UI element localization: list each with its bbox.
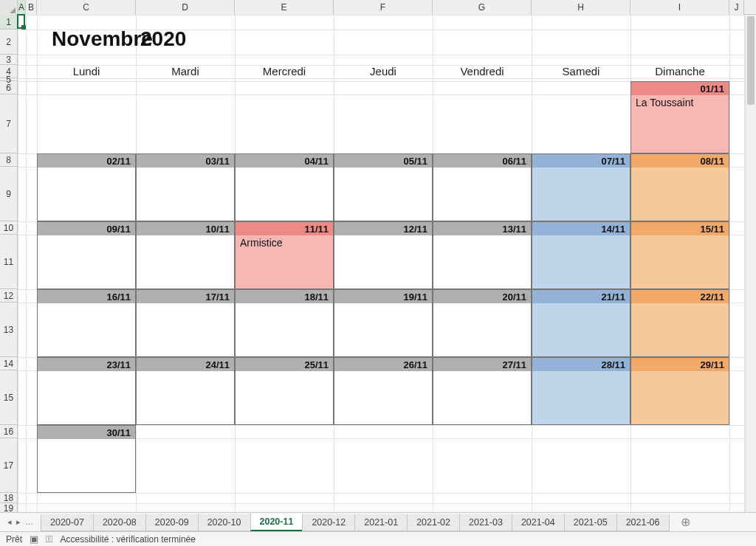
calendar-day-cell[interactable]: 13/11 bbox=[433, 221, 532, 289]
weekday-label: Lundi bbox=[37, 65, 136, 77]
sheet-tab-bar: ◂ ▸ … 2020-072020-082020-092020-102020-1… bbox=[0, 512, 756, 531]
sheet-tab[interactable]: 2020-09 bbox=[145, 514, 199, 531]
calendar-day-cell[interactable]: 29/11 bbox=[630, 357, 729, 425]
column-header[interactable]: A bbox=[18, 0, 26, 15]
calendar-day-cell[interactable]: 03/11 bbox=[136, 153, 235, 221]
calendar-event-text bbox=[334, 303, 432, 356]
weekday-label: Jeudi bbox=[334, 65, 433, 77]
tab-nav-ellipsis-icon[interactable]: … bbox=[25, 517, 33, 527]
row-header[interactable]: 18 bbox=[0, 493, 17, 503]
row-header[interactable]: 15 bbox=[0, 370, 17, 425]
weekday-label: Mercredi bbox=[235, 65, 334, 77]
column-header[interactable]: B bbox=[26, 0, 37, 15]
row-header[interactable]: 14 bbox=[0, 357, 17, 370]
calendar-event-text bbox=[433, 303, 531, 356]
calendar-day-cell[interactable]: 09/11 bbox=[37, 221, 136, 289]
sheet-tab[interactable]: 2020-07 bbox=[41, 514, 94, 531]
sheet-tab[interactable]: 2020-11 bbox=[250, 514, 303, 531]
calendar-event-text bbox=[38, 167, 135, 221]
calendar-day-cell[interactable]: 28/11 bbox=[532, 357, 630, 425]
add-sheet-button[interactable]: ⊕ bbox=[675, 515, 696, 529]
row-header[interactable]: 17 bbox=[0, 438, 17, 493]
calendar-day-cell[interactable]: 21/11 bbox=[532, 289, 630, 357]
calendar-day-cell[interactable]: 01/11La Toussaint bbox=[630, 81, 729, 153]
row-header[interactable]: 6 bbox=[0, 81, 17, 94]
calendar-day-cell[interactable]: 26/11 bbox=[334, 357, 433, 425]
calendar-date-label: 18/11 bbox=[236, 290, 333, 303]
accessibility-icon[interactable]: ✚⃝ bbox=[46, 533, 53, 545]
sheet-tab[interactable]: 2021-06 bbox=[616, 514, 670, 531]
row-header[interactable]: 13 bbox=[0, 303, 17, 357]
calendar-day-cell[interactable]: 17/11 bbox=[136, 289, 235, 357]
sheet-tab[interactable]: 2021-04 bbox=[512, 514, 565, 531]
vertical-scrollbar[interactable] bbox=[745, 15, 756, 512]
calendar-day-cell[interactable]: 07/11 bbox=[532, 153, 630, 221]
calendar-day-cell[interactable]: 12/11 bbox=[334, 221, 433, 289]
calendar-day-cell[interactable]: 04/11 bbox=[235, 153, 334, 221]
calendar-date-label: 29/11 bbox=[631, 358, 729, 371]
sheet-tab[interactable]: 2021-03 bbox=[459, 514, 512, 531]
calendar-day-cell[interactable]: 19/11 bbox=[334, 289, 433, 357]
sheet-tab[interactable]: 2021-05 bbox=[564, 514, 617, 531]
calendar-day-cell[interactable]: 16/11 bbox=[37, 289, 136, 357]
row-header[interactable]: 7 bbox=[0, 94, 17, 153]
calendar-date-label: 20/11 bbox=[433, 290, 531, 303]
row-header[interactable]: 1 bbox=[0, 15, 17, 30]
sheet-tab[interactable]: 2020-12 bbox=[302, 514, 355, 531]
grid-area[interactable]: Novembre 2020 LundiMardiMercrediJeudiVen… bbox=[18, 15, 756, 512]
column-header[interactable]: J bbox=[729, 0, 744, 15]
column-header[interactable]: F bbox=[334, 0, 433, 15]
calendar-month-title: Novembre bbox=[52, 27, 153, 51]
calendar-event-text bbox=[38, 371, 135, 424]
calendar-day-cell[interactable]: 22/11 bbox=[630, 289, 729, 357]
scrollbar-thumb[interactable] bbox=[747, 16, 755, 105]
calendar-date-label: 04/11 bbox=[236, 154, 333, 167]
column-header[interactable]: E bbox=[235, 0, 334, 15]
calendar-event-text bbox=[137, 167, 234, 221]
tab-nav-next-icon[interactable]: ▸ bbox=[16, 517, 21, 527]
sheet-tab[interactable]: 2020-10 bbox=[198, 514, 251, 531]
calendar-day-cell[interactable]: 10/11 bbox=[136, 221, 235, 289]
calendar-date-label: 03/11 bbox=[137, 154, 234, 167]
tab-nav-prev-icon[interactable]: ◂ bbox=[7, 517, 12, 527]
row-header[interactable]: 3 bbox=[0, 55, 17, 65]
row-header[interactable]: 10 bbox=[0, 221, 17, 235]
calendar-day-cell[interactable]: 25/11 bbox=[235, 357, 334, 425]
row-header[interactable]: 8 bbox=[0, 153, 17, 167]
calendar-day-cell[interactable]: 20/11 bbox=[433, 289, 532, 357]
row-header[interactable]: 9 bbox=[0, 167, 17, 221]
row-header[interactable]: 12 bbox=[0, 289, 17, 303]
sheet-tab[interactable]: 2021-01 bbox=[354, 514, 408, 531]
calendar-date-label: 23/11 bbox=[38, 358, 135, 371]
calendar-day-cell[interactable]: 27/11 bbox=[433, 357, 532, 425]
row-header[interactable]: 2 bbox=[0, 30, 17, 55]
calendar-day-cell[interactable]: 14/11 bbox=[532, 221, 630, 289]
column-header[interactable]: H bbox=[532, 0, 630, 15]
row-header[interactable]: 11 bbox=[0, 235, 17, 289]
calendar-day-cell[interactable]: 30/11 bbox=[37, 425, 136, 493]
column-header[interactable]: C bbox=[37, 0, 136, 15]
row-header[interactable]: 16 bbox=[0, 425, 17, 438]
calendar-day-cell[interactable]: 05/11 bbox=[334, 153, 433, 221]
macro-record-icon[interactable]: ▣ bbox=[30, 533, 38, 545]
calendar-day-cell[interactable]: 02/11 bbox=[37, 153, 136, 221]
calendar-day-cell[interactable]: 23/11 bbox=[37, 357, 136, 425]
column-header[interactable]: D bbox=[136, 0, 235, 15]
calendar-day-cell[interactable]: 06/11 bbox=[433, 153, 532, 221]
column-header[interactable]: I bbox=[630, 0, 729, 15]
sheet-tab[interactable]: 2020-08 bbox=[93, 514, 146, 531]
sheet-tab[interactable]: 2021-02 bbox=[407, 514, 460, 531]
weekday-label: Samedi bbox=[532, 65, 630, 77]
calendar-date-label: 15/11 bbox=[631, 222, 729, 235]
select-all-corner[interactable] bbox=[0, 0, 18, 15]
calendar-day-cell[interactable]: 18/11 bbox=[235, 289, 334, 357]
weekday-label: Dimanche bbox=[630, 65, 729, 77]
calendar-date-label: 26/11 bbox=[334, 358, 432, 371]
column-header[interactable]: G bbox=[433, 0, 532, 15]
calendar-day-cell[interactable]: 15/11 bbox=[630, 221, 729, 289]
calendar-day-cell[interactable]: 24/11 bbox=[136, 357, 235, 425]
calendar-day-cell[interactable]: 08/11 bbox=[630, 153, 729, 221]
calendar-day-cell[interactable]: 11/11Armistice bbox=[235, 221, 334, 289]
calendar-date-label: 17/11 bbox=[137, 290, 234, 303]
calendar-event-text: La Toussaint bbox=[631, 95, 729, 153]
